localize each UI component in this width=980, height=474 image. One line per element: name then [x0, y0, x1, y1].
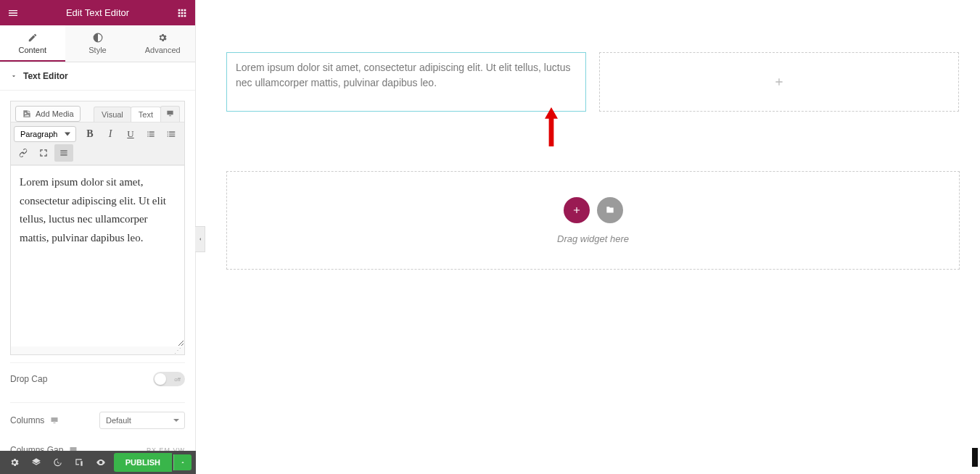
- gear-icon: [157, 33, 168, 43]
- editor-tab-visual[interactable]: Visual: [94, 107, 131, 122]
- sidebar-footer: PUBLISH: [0, 451, 196, 474]
- navigator-button[interactable]: [26, 452, 46, 473]
- publish-options-button[interactable]: [173, 454, 192, 470]
- editor-tab-distraction-free[interactable]: [160, 106, 180, 122]
- toolbar-toggle-button[interactable]: [54, 144, 73, 162]
- tab-content-label: Content: [19, 46, 47, 54]
- plus-icon: [572, 205, 582, 215]
- tab-advanced-label: Advanced: [145, 46, 181, 54]
- responsive-button[interactable]: [69, 452, 89, 473]
- text-widget-selected[interactable]: Lorem ipsum dolor sit amet, consectetur …: [226, 52, 586, 112]
- add-media-label: Add Media: [36, 109, 74, 118]
- layers-icon: [31, 457, 41, 467]
- section-text-editor-label: Text Editor: [23, 71, 68, 81]
- settings-button[interactable]: [4, 452, 25, 473]
- annotation-arrow: [541, 107, 561, 149]
- plus-icon: [773, 76, 785, 88]
- eye-icon: [96, 457, 106, 467]
- history-icon: [52, 457, 62, 467]
- resize-handle[interactable]: ⋰: [11, 346, 184, 354]
- caret-down-icon: [10, 72, 17, 80]
- pencil-icon: [28, 33, 38, 43]
- panel-title: Edit Text Editor: [19, 7, 176, 18]
- section-text-editor[interactable]: Text Editor: [0, 62, 195, 91]
- corner-marker: [972, 448, 978, 467]
- bullet-list-button[interactable]: [141, 125, 160, 143]
- italic-button[interactable]: I: [101, 125, 120, 143]
- underline-button[interactable]: U: [121, 125, 140, 143]
- editor-textarea[interactable]: Lorem ipsum dolor sit amet, consectetur …: [11, 165, 184, 346]
- preview-canvas: Lorem ipsum dolor sit amet, consectetur …: [196, 0, 980, 474]
- bold-button[interactable]: B: [81, 125, 99, 143]
- drag-widget-hint: Drag widget here: [557, 233, 629, 244]
- add-media-button[interactable]: Add Media: [15, 106, 81, 122]
- new-section-dropzone[interactable]: Drag widget here: [226, 171, 960, 270]
- editor-sidebar: Edit Text Editor Content Style Advanced …: [0, 0, 196, 474]
- add-section-button[interactable]: [564, 197, 590, 223]
- gear-icon: [9, 457, 20, 467]
- editor-toolbar: Paragraph B I U: [11, 122, 184, 165]
- number-list-button[interactable]: [162, 125, 181, 143]
- monitor-icon: [166, 109, 174, 117]
- sidebar-header: Edit Text Editor: [0, 0, 195, 25]
- panel-body: Add Media Visual Text Paragraph: [0, 91, 195, 474]
- format-select[interactable]: Paragraph: [14, 126, 76, 142]
- caret-up-icon: [180, 460, 186, 465]
- devices-icon: [74, 457, 84, 467]
- media-icon: [22, 109, 32, 119]
- fullscreen-button[interactable]: [34, 144, 53, 162]
- contrast-icon: [93, 33, 103, 43]
- menu-icon[interactable]: [7, 7, 19, 19]
- drop-cap-toggle[interactable]: off: [153, 372, 185, 386]
- template-library-button[interactable]: [597, 197, 623, 223]
- editor-tab-text[interactable]: Text: [131, 107, 161, 122]
- panel-tabs: Content Style Advanced: [0, 25, 195, 62]
- preview-button[interactable]: [91, 452, 111, 473]
- desktop-icon: [50, 416, 59, 425]
- publish-button[interactable]: PUBLISH: [114, 453, 172, 472]
- folder-icon: [605, 205, 615, 215]
- tab-advanced[interactable]: Advanced: [130, 25, 195, 62]
- tab-style-label: Style: [88, 46, 106, 54]
- tab-style[interactable]: Style: [65, 25, 131, 62]
- drop-cap-label: Drop Cap: [10, 374, 47, 384]
- columns-select[interactable]: Default: [99, 412, 185, 429]
- widgets-icon[interactable]: [176, 7, 188, 19]
- tab-content[interactable]: Content: [0, 25, 65, 62]
- history-button[interactable]: [48, 452, 68, 473]
- empty-column[interactable]: [599, 52, 959, 112]
- link-button[interactable]: [14, 144, 33, 162]
- wysiwyg-editor: Add Media Visual Text Paragraph: [10, 101, 185, 355]
- columns-label: Columns: [10, 415, 44, 425]
